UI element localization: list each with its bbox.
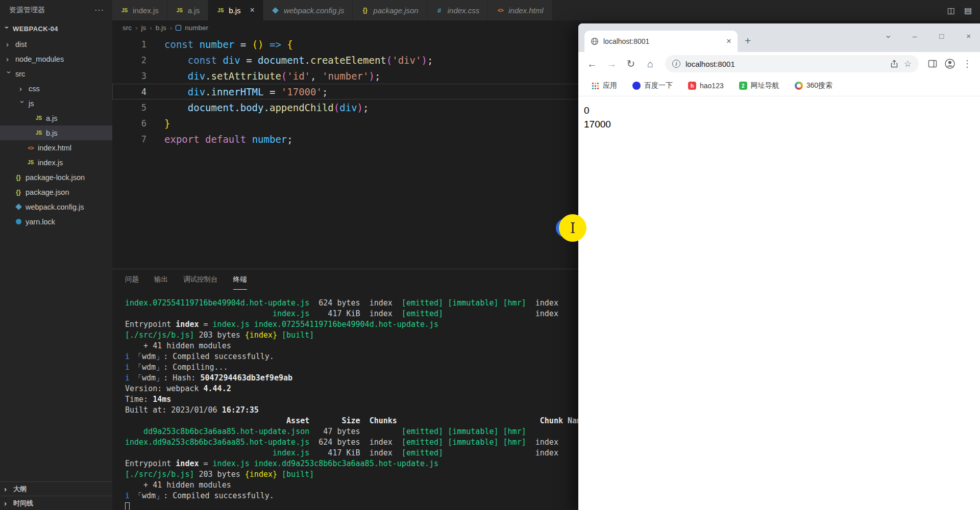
chevron-down-icon: › [6,71,13,77]
bookmark-star-icon[interactable]: ☆ [904,59,912,69]
symbol-variable-icon [176,25,181,31]
panel-tab-终端[interactable]: 终端 [233,269,247,290]
sidebar-section-时间线[interactable]: ›时间线 [0,496,112,510]
bookmark-网址导航[interactable]: 2网址导航 [739,81,779,90]
tab-label: index.js [133,6,159,15]
editor-tab-webpack.config.js[interactable]: webpack.config.js [263,0,353,20]
hao123-favicon: h [688,82,696,90]
editor-tab-index.html[interactable]: <>index.html [488,0,552,20]
editor-tab-package.json[interactable]: {}package.json [353,0,427,20]
tree-item-package-lock.json[interactable]: {}package-lock.json [0,170,112,185]
yarn-file-icon [14,218,22,226]
chevron-down-icon: › [19,100,27,107]
bookmark-label: hao123 [700,82,724,90]
maximize-button[interactable]: □ [939,32,944,42]
split-editor-icon[interactable]: ◫ [947,6,955,15]
tree-item-css[interactable]: ›css [0,81,112,96]
tree-item-label: b.js [46,129,58,137]
editor-tab-bar: JSindex.jsJSa.jsJSb.js×webpack.config.js… [112,0,980,20]
breadcrumb-item-src[interactable]: src [122,24,132,32]
tree-item-js[interactable]: ›js [0,96,112,111]
panel-tab-调试控制台[interactable]: 调试控制台 [183,269,218,290]
tree-item-index.js[interactable]: JSindex.js [0,155,112,170]
layout-icon[interactable]: ▤ [964,6,972,15]
line-number: 6 [112,118,146,129]
reload-button[interactable]: ↻ [622,55,640,72]
browser-tab[interactable]: localhost:8001 × [584,31,738,52]
tree-item-label: js [29,99,34,108]
sidebar-bottom-sections: ›大纲›时间线 [0,481,112,510]
tab-close-icon[interactable]: × [726,36,731,46]
line-number: 4 [112,87,146,97]
code-text: } [164,118,170,129]
tree-root-label: WEBPACK-04 [13,25,58,33]
editor-tab-a.js[interactable]: JSa.js [167,0,208,20]
explorer-sidebar: › WEBPACK-04 ›dist›node_modules›src›css›… [0,20,112,510]
tree-item-b.js[interactable]: JSb.js [0,125,112,140]
tab-search-icon[interactable]: › [884,35,894,38]
tree-item-node_modules[interactable]: ›node_modules [0,52,112,66]
home-button[interactable]: ⌂ [642,55,659,72]
tree-item-yarn.lock[interactable]: yarn.lock [0,214,112,229]
tree-item-label: node_modules [15,55,64,63]
explorer-more-icon[interactable]: ··· [94,6,104,15]
breadcrumb-item-b.js[interactable]: b.js [156,24,166,32]
profile-avatar-icon[interactable] [942,56,958,71]
browser-menu-icon[interactable]: ⋮ [960,56,975,71]
share-icon[interactable] [890,59,899,68]
tree-item-a.js[interactable]: JSa.js [0,111,112,125]
editor-tab-b.js[interactable]: JSb.js× [208,0,263,20]
chevron-right-icon: › [6,40,12,48]
editor-tab-index.js[interactable]: JSindex.js [112,0,167,20]
tree-item-label: package.json [26,188,69,196]
tree-item-label: dist [15,40,27,48]
chevron-right-icon: › [6,55,12,63]
url-text[interactable]: localhost:8001 [685,60,885,68]
breadcrumb-separator: › [170,24,173,32]
so360-favicon [795,82,803,90]
bookmarks-bar: 应用百度一下hhao1232网址导航360搜索 [578,75,980,96]
html-file-icon: <> [496,6,504,14]
webpack-file-icon [14,203,22,211]
back-button[interactable]: ← [583,55,601,72]
panel-tab-问题[interactable]: 问题 [125,269,139,290]
tree-item-webpack.config.js[interactable]: webpack.config.js [0,199,112,214]
js-file-icon: JS [120,6,129,14]
panel-tab-输出[interactable]: 输出 [154,269,168,290]
bookmark-360搜索[interactable]: 360搜索 [795,81,832,90]
side-panel-icon[interactable] [925,56,940,71]
js-file-icon: JS [35,129,43,137]
tree-root-folder[interactable]: › WEBPACK-04 [0,20,112,37]
file-tree: ›dist›node_modules›src›css›jsJSa.jsJSb.j… [0,37,112,229]
js-file-icon: JS [27,159,35,167]
minimize-button[interactable]: – [913,32,917,42]
bookmark-应用[interactable]: 应用 [592,81,617,90]
tree-item-index.html[interactable]: <>index.html [0,140,112,155]
browser-tab-title: localhost:8001 [603,37,722,45]
breadcrumb-item-js[interactable]: js [141,24,146,32]
code-text: const number = () => { [164,39,293,50]
sidebar-section-大纲[interactable]: ›大纲 [0,481,112,496]
tree-item-label: yarn.lock [26,218,55,226]
forward-button[interactable]: → [603,55,620,72]
tree-item-label: a.js [46,114,58,122]
bookmark-hao123[interactable]: hhao123 [688,82,724,90]
bookmark-label: 百度一下 [644,81,673,90]
globe-icon [591,37,599,45]
browser-toolbar: ← → ↻ ⌂ i localhost:8001 ☆ ⋮ [578,52,980,75]
tab-label: package.json [373,6,418,15]
tab-label: a.js [188,6,200,15]
page-text-line: 17000 [584,117,980,131]
new-tab-button[interactable]: + [745,35,751,46]
tree-item-package.json[interactable]: {}package.json [0,185,112,199]
tree-item-dist[interactable]: ›dist [0,37,112,52]
site-info-icon[interactable]: i [672,60,680,68]
address-bar[interactable]: i localhost:8001 ☆ [665,55,919,72]
line-number: 1 [112,39,146,49]
editor-tab-index.css[interactable]: #index.css [427,0,488,20]
tree-item-src[interactable]: ›src [0,66,112,81]
close-button[interactable]: × [966,32,971,42]
bookmark-百度一下[interactable]: 百度一下 [632,81,673,90]
breadcrumb-symbol[interactable]: number [185,24,208,32]
close-icon[interactable]: × [250,6,255,15]
